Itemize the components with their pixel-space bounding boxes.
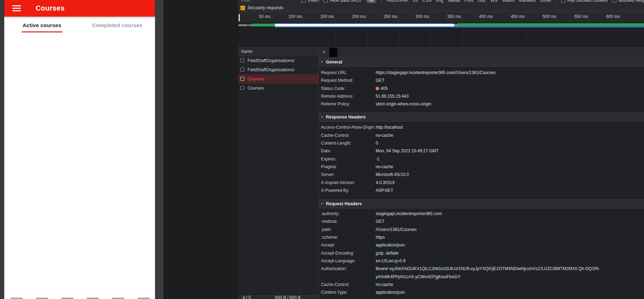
header-value: application/json — [376, 288, 623, 296]
app-header: Courses — [4, 0, 155, 17]
has-blocked-cookies-checkbox[interactable]: Has blocked cookies — [561, 0, 608, 3]
tick-label: 300 ms — [416, 14, 429, 19]
header-name: Remote Address: — [321, 92, 376, 100]
header-name: Accept-Language: — [321, 257, 376, 265]
header-value: Mon, 04 Sep 2023 15:49:27 GMT — [376, 147, 623, 155]
header-value: 51.89.155.15:443 — [376, 92, 623, 100]
app-tab[interactable]: Completed courses — [80, 17, 155, 33]
timeline-tick: 300 ms — [399, 12, 431, 47]
resource-type-filter[interactable]: Wasm — [502, 0, 514, 3]
header-value: 4.0.30319 — [376, 179, 623, 187]
checkbox-icon — [612, 0, 616, 2]
third-party-requests-checkbox[interactable]: ✓ — [240, 6, 245, 10]
hide-data-urls-checkbox[interactable]: Hide data URLs — [323, 0, 361, 3]
section-header-general[interactable]: ▼ General — [319, 57, 644, 67]
header-row: :method: GET — [321, 218, 644, 225]
header-row: X-Powered-By: ASP.NET — [321, 187, 644, 194]
timeline-ruler: 50 ms 100 ms 150 ms 200 ms 250 ms 300 ms… — [238, 12, 644, 47]
detail-tab[interactable] — [337, 48, 345, 57]
resource-type-filter[interactable]: Doc — [478, 0, 486, 3]
tick-label: 500 ms — [543, 14, 556, 19]
header-name: Request Method: — [321, 77, 376, 84]
resource-type-filter[interactable]: Other — [540, 0, 551, 3]
detail-tab[interactable] — [353, 48, 360, 57]
request-checkbox[interactable] — [240, 77, 244, 81]
header-value: ASP.NET — [376, 187, 623, 194]
header-value: no-cache — [376, 163, 623, 171]
page-background — [163, 0, 237, 299]
divider — [556, 0, 556, 3]
request-row[interactable]: FieldStaffOrganisations/ — [238, 65, 318, 74]
header-value: -1 — [376, 155, 623, 163]
header-row: X-Aspnet-Version: 4.0.30319 — [321, 179, 644, 187]
request-list: Name FieldStaffOrganisations/ FieldStaff… — [238, 48, 319, 299]
resource-type-filter[interactable]: Manifest — [519, 0, 536, 3]
tick-label: 450 ms — [511, 14, 525, 19]
header-row: Cache-Control: no-cache — [321, 132, 644, 139]
header-row: Server: Microsoft-IIS/10.0 — [321, 171, 644, 178]
request-row[interactable]: Courses — [238, 74, 318, 84]
tick-label: 350 ms — [447, 14, 461, 19]
resource-type-filter[interactable]: Fetch/XHR — [386, 0, 408, 3]
header-value: strict-origin-when-cross-origin — [376, 100, 623, 108]
header-name: :method: — [321, 218, 376, 225]
close-icon[interactable]: × — [319, 48, 329, 57]
header-value: Bearer eyJ0eXAiOiJKV1QiLCJhbGciOiJIUzI1N… — [376, 265, 623, 281]
timeline-tick: 250 ms — [368, 12, 399, 47]
header-name: Request URL: — [321, 69, 376, 77]
request-checkbox[interactable] — [240, 86, 244, 90]
detail-tab[interactable] — [345, 48, 353, 57]
app-tab-bar: Active courses Completed courses — [4, 17, 155, 33]
resource-type-filter[interactable]: Img — [436, 0, 443, 3]
request-row[interactable]: Courses — [238, 84, 318, 93]
tick-label: 200 ms — [352, 14, 366, 19]
header-row: Cache-Control: no-cache — [321, 281, 644, 288]
divider — [381, 0, 382, 3]
header-row: Access-Control-Allow-Origin: http://loca… — [321, 123, 644, 131]
detail-tab[interactable] — [329, 48, 337, 57]
request-checkbox[interactable] — [240, 59, 244, 62]
request-checkbox[interactable] — [240, 68, 244, 72]
tick-label: 150 ms — [320, 14, 334, 19]
resource-type-filter[interactable]: CSS — [422, 0, 431, 3]
timeline-tick: 200 ms — [336, 12, 368, 47]
detail-tab[interactable] — [360, 48, 368, 57]
blocked-requests-checkbox[interactable]: Blocked Requests — [612, 0, 644, 3]
app-horizontal-scrollbar[interactable] — [4, 298, 155, 299]
header-name: :scheme: — [321, 233, 376, 241]
tick-label: 550 ms — [574, 14, 588, 19]
section-header-request[interactable]: ▼ Request Headers — [319, 199, 644, 208]
invert-checkbox[interactable]: Invert — [302, 0, 319, 3]
request-row[interactable]: FieldStaffOrganisations/ — [238, 56, 318, 65]
header-value: 405 — [376, 85, 623, 92]
section-title: Request Headers — [326, 201, 362, 206]
filter-all-pill[interactable]: All — [366, 0, 377, 3]
header-value: gzip, deflate — [376, 249, 623, 257]
timeline-tick: 600 ms — [590, 12, 622, 47]
timeline-tick: 100 ms — [272, 12, 304, 47]
window-edge-strip — [155, 0, 163, 299]
resource-type-filter[interactable]: Media — [448, 0, 460, 3]
request-list-header[interactable]: Name — [238, 48, 318, 56]
triangle-collapse-icon: ▼ — [321, 60, 323, 63]
header-row: Referrer Policy: strict-origin-when-cros… — [321, 100, 644, 108]
header-row: :scheme: https — [321, 233, 644, 241]
triangle-collapse-icon: ▼ — [321, 116, 323, 119]
courses-app-window: Courses Active courses Completed courses — [4, 0, 155, 299]
header-name: Authorization: — [321, 265, 376, 273]
network-overview-timeline[interactable]: 50 ms 100 ms 150 ms 200 ms 250 ms 300 ms… — [238, 12, 644, 48]
app-tab[interactable]: Active courses — [4, 17, 80, 33]
filter-input[interactable] — [241, 0, 297, 3]
menu-icon[interactable] — [12, 5, 21, 11]
resource-type-filter[interactable]: Font — [465, 0, 473, 3]
header-value: http://localhost — [376, 123, 623, 131]
request-detail-panel: × ▼ General Request URL: https://staging — [319, 48, 644, 299]
resource-type-filter[interactable]: JS — [413, 0, 418, 3]
section-header-response[interactable]: ▼ Response Headers — [319, 112, 644, 122]
header-name: Server: — [321, 171, 376, 178]
resource-type-filter[interactable]: WS — [490, 0, 497, 3]
section-title: Response Headers — [326, 115, 366, 120]
request-name: Courses — [248, 77, 264, 81]
header-name: Date: — [321, 147, 376, 155]
screen: Courses Active courses Completed courses… — [0, 0, 644, 299]
